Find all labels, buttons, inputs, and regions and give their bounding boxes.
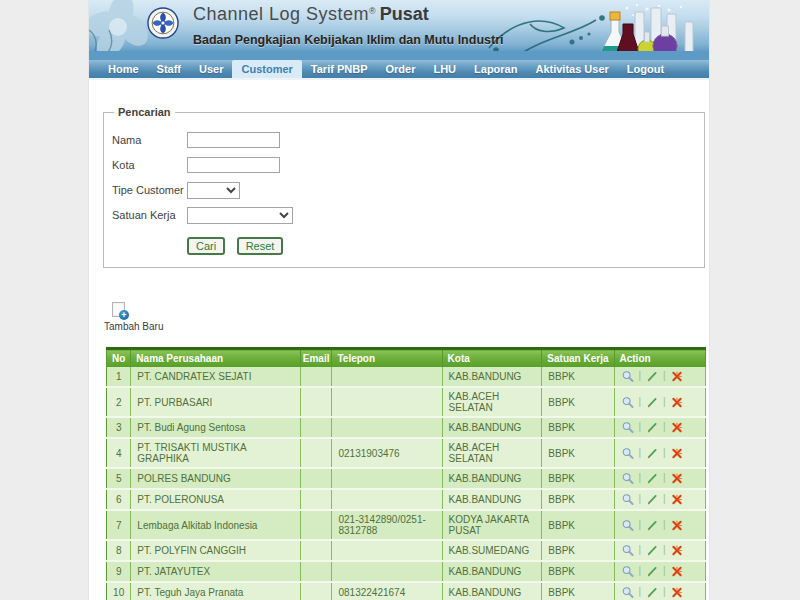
col-telepon: Telepon <box>332 349 442 368</box>
edit-pencil-icon[interactable] <box>645 447 659 460</box>
row-actions: | | <box>614 582 706 600</box>
cari-button[interactable]: Cari <box>187 237 225 255</box>
delete-x-icon[interactable] <box>670 586 684 599</box>
row-unit: BBPK <box>542 417 614 438</box>
row-no: 3 <box>107 417 131 438</box>
table-header-row: No Nama Perusahaan Email Telepon Kota Sa… <box>107 349 706 368</box>
tipe-customer-label: Tipe Customer <box>112 184 187 196</box>
nav-item-customer[interactable]: Customer <box>232 60 301 78</box>
edit-pencil-icon[interactable] <box>645 586 659 599</box>
view-magnifier-icon[interactable] <box>621 370 635 383</box>
edit-pencil-icon[interactable] <box>645 565 659 578</box>
delete-x-icon[interactable] <box>670 447 684 460</box>
row-actions: | | <box>614 561 706 582</box>
view-magnifier-icon[interactable] <box>621 447 635 460</box>
add-new-button[interactable]: + Tambah Baru <box>104 302 160 332</box>
row-phone: 021-3142890/0251-8312788 <box>332 510 442 540</box>
satuan-kerja-select[interactable] <box>187 207 293 224</box>
table-row: 8 PT. POLYFIN CANGGIH KAB.SUMEDANG BBPK … <box>107 540 706 561</box>
row-phone: 081322421674 <box>332 582 442 600</box>
nav-item-order[interactable]: Order <box>376 60 424 78</box>
delete-x-icon[interactable] <box>670 493 684 506</box>
delete-x-icon[interactable] <box>670 544 684 557</box>
row-company-name: PT. Budi Agung Sentosa <box>131 417 300 438</box>
edit-pencil-icon[interactable] <box>645 544 659 557</box>
row-no: 8 <box>107 540 131 561</box>
nav-item-tarif-pnbp[interactable]: Tarif PNBP <box>302 60 377 78</box>
row-email <box>300 438 332 468</box>
page-title: Channel Log System®Pusat <box>193 4 429 25</box>
table-body: 1 PT. CANDRATEX SEJATI KAB.BANDUNG BBPK … <box>107 367 706 600</box>
edit-pencil-icon[interactable] <box>645 396 659 409</box>
row-unit: BBPK <box>542 387 614 417</box>
row-company-name: POLRES BANDUNG <box>131 468 300 489</box>
row-phone <box>332 387 442 417</box>
nav-item-staff[interactable]: Staff <box>148 60 190 78</box>
edit-pencil-icon[interactable] <box>645 472 659 485</box>
row-email <box>300 387 332 417</box>
row-unit: BBPK <box>542 468 614 489</box>
nav-item-home[interactable]: Home <box>99 60 148 78</box>
row-city: KAB.BANDUNG <box>442 417 542 438</box>
col-satuan-kerja: Satuan Kerja <box>542 349 614 368</box>
view-magnifier-icon[interactable] <box>621 565 635 578</box>
org-subtitle: Badan Pengkajian Kebijakan Iklim dan Mut… <box>193 33 503 47</box>
view-magnifier-icon[interactable] <box>621 519 635 532</box>
tipe-customer-select[interactable] <box>187 182 240 199</box>
edit-pencil-icon[interactable] <box>645 370 659 383</box>
delete-x-icon[interactable] <box>670 396 684 409</box>
ministry-logo-icon <box>147 7 179 39</box>
row-company-name: PT. TRISAKTI MUSTIKA GRAPHIKA <box>131 438 300 468</box>
table-row: 2 PT. PURBASARI KAB.ACEH SELATAN BBPK | … <box>107 387 706 417</box>
row-actions: | | <box>614 387 706 417</box>
page-plus-icon: + <box>112 302 129 319</box>
view-magnifier-icon[interactable] <box>621 472 635 485</box>
row-company-name: PT. Teguh Jaya Pranata <box>131 582 300 600</box>
nav-item-laporan[interactable]: Laporan <box>465 60 526 78</box>
row-actions: | | <box>614 489 706 510</box>
nama-input[interactable] <box>187 132 280 148</box>
row-city: KAB.BANDUNG <box>442 489 542 510</box>
row-actions: | | <box>614 417 706 438</box>
table-row: 4 PT. TRISAKTI MUSTIKA GRAPHIKA 02131903… <box>107 438 706 468</box>
row-email <box>300 489 332 510</box>
nav-item-user[interactable]: User <box>190 60 232 78</box>
table-row: 7 Lembaga Alkitab Indonesia 021-3142890/… <box>107 510 706 540</box>
kota-input[interactable] <box>187 157 280 173</box>
row-company-name: PT. POLYFIN CANGGIH <box>131 540 300 561</box>
delete-x-icon[interactable] <box>670 519 684 532</box>
row-no: 7 <box>107 510 131 540</box>
edit-pencil-icon[interactable] <box>645 421 659 434</box>
row-unit: BBPK <box>542 510 614 540</box>
row-company-name: PT. CANDRATEX SEJATI <box>131 367 300 387</box>
nav-item-aktivitas-user[interactable]: Aktivitas User <box>526 60 617 78</box>
search-fieldset: Pencarian Nama Kota Tipe Customer Satuan… <box>103 106 705 268</box>
row-no: 4 <box>107 438 131 468</box>
row-unit: BBPK <box>542 489 614 510</box>
row-company-name: PT. JATAYUTEX <box>131 561 300 582</box>
view-magnifier-icon[interactable] <box>621 493 635 506</box>
row-company-name: Lembaga Alkitab Indonesia <box>131 510 300 540</box>
edit-pencil-icon[interactable] <box>645 519 659 532</box>
reset-button[interactable]: Reset <box>237 237 284 255</box>
view-magnifier-icon[interactable] <box>621 396 635 409</box>
row-city: KAB.SUMEDANG <box>442 540 542 561</box>
row-unit: BBPK <box>542 438 614 468</box>
delete-x-icon[interactable] <box>670 565 684 578</box>
header-banner: Channel Log System®Pusat Badan Pengkajia… <box>89 0 709 60</box>
edit-pencil-icon[interactable] <box>645 493 659 506</box>
nav-item-logout[interactable]: Logout <box>618 60 673 78</box>
col-action: Action <box>614 349 706 368</box>
col-kota: Kota <box>442 349 542 368</box>
view-magnifier-icon[interactable] <box>621 544 635 557</box>
view-magnifier-icon[interactable] <box>621 421 635 434</box>
row-actions: | | <box>614 540 706 561</box>
delete-x-icon[interactable] <box>670 472 684 485</box>
app-title-suffix: Pusat <box>380 4 429 24</box>
table-row: 9 PT. JATAYUTEX KAB.BANDUNG BBPK | | <box>107 561 706 582</box>
delete-x-icon[interactable] <box>670 370 684 383</box>
delete-x-icon[interactable] <box>670 421 684 434</box>
view-magnifier-icon[interactable] <box>621 586 635 599</box>
main-nav: Home Staff User Customer Tarif PNBP Orde… <box>89 60 709 80</box>
nav-item-lhu[interactable]: LHU <box>424 60 465 78</box>
